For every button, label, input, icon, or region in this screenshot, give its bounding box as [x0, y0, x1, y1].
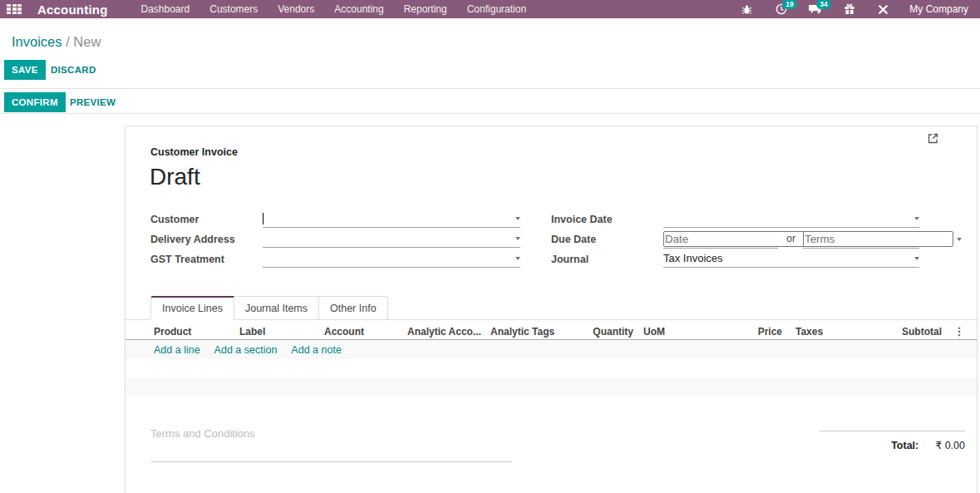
invoice-state: Draft	[150, 164, 200, 190]
preview-button[interactable]: PREVIEW	[66, 92, 119, 112]
breadcrumb-current: New	[73, 34, 101, 49]
empty-row	[126, 397, 977, 416]
empty-row	[126, 359, 977, 378]
add-a-line-link[interactable]: Add a line	[154, 344, 200, 356]
external-link-icon[interactable]	[928, 128, 938, 148]
customer-label: Customer	[150, 210, 259, 229]
chevron-down-icon[interactable]	[515, 217, 520, 220]
gst-treatment-input[interactable]	[263, 252, 512, 264]
activities-count-badge: 19	[782, 0, 796, 9]
due-date-row: or	[126, 229, 977, 249]
discard-button[interactable]: DISCARD	[47, 60, 100, 80]
main-menu: Dashboard Customers Vendors Accounting R…	[131, 0, 537, 18]
terms-placeholder: Terms and Conditions	[150, 427, 255, 440]
list-add-row: Add a line Add a section Add a note	[126, 340, 977, 359]
confirm-button[interactable]: CONFIRM	[4, 92, 66, 112]
gst-treatment-label: GST Treatment	[150, 249, 259, 269]
optional-columns-icon[interactable]: ⋮	[942, 325, 977, 338]
total-label: Total:	[891, 440, 918, 451]
messages-chat-icon[interactable]: 34	[809, 3, 821, 16]
payment-terms-input[interactable]	[803, 231, 953, 247]
invoice-lines-header: Product Label Account Analytic Acco... A…	[126, 323, 977, 340]
col-uom[interactable]: UoM	[643, 326, 743, 338]
journal-field[interactable]	[663, 249, 919, 268]
menu-vendors[interactable]: Vendors	[268, 0, 324, 18]
messages-count-badge: 34	[816, 0, 830, 9]
top-navbar: Accounting Dashboard Customers Vendors A…	[0, 0, 980, 18]
chevron-down-icon[interactable]	[914, 257, 919, 260]
tab-other-info[interactable]: Other Info	[319, 296, 388, 320]
tools-icon[interactable]	[877, 3, 889, 16]
invoice-date-label: Invoice Date	[551, 210, 659, 229]
tab-invoice-lines[interactable]: Invoice Lines	[150, 296, 234, 320]
customer-field[interactable]	[263, 210, 520, 228]
due-date-field[interactable]	[663, 230, 778, 249]
invoice-date-input[interactable]	[663, 212, 911, 224]
menu-configuration[interactable]: Configuration	[457, 0, 536, 18]
total-amount: ₹ 0.00	[935, 439, 965, 451]
invoice-date-field[interactable]	[663, 210, 919, 228]
apps-grid-icon[interactable]	[7, 4, 22, 15]
terms-underline	[150, 461, 512, 462]
col-analytic-account[interactable]: Analytic Acco...	[407, 326, 490, 338]
col-analytic-tags[interactable]: Analytic Tags	[490, 326, 588, 338]
breadcrumb: Invoices / New	[12, 34, 101, 50]
save-button[interactable]: SAVE	[4, 60, 46, 80]
menu-dashboard[interactable]: Dashboard	[131, 0, 200, 18]
invoice-form-sheet: Customer Invoice Draft Customer Delivery…	[125, 126, 978, 493]
customer-input[interactable]	[263, 212, 512, 224]
menu-customers[interactable]: Customers	[199, 0, 268, 18]
or-label: or	[786, 233, 795, 244]
gift-icon[interactable]	[843, 3, 855, 16]
activities-clock-icon[interactable]: 19	[775, 3, 787, 16]
menu-accounting[interactable]: Accounting	[324, 0, 393, 18]
debug-bug-icon[interactable]	[741, 3, 753, 16]
document-type-label: Customer Invoice	[150, 146, 238, 158]
col-price[interactable]: Price	[743, 326, 782, 338]
col-subtotal[interactable]: Subtotal	[862, 326, 942, 338]
col-label[interactable]: Label	[239, 326, 324, 338]
chevron-down-icon[interactable]	[957, 238, 962, 241]
breadcrumb-separator: /	[66, 34, 73, 49]
col-product[interactable]: Product	[154, 326, 239, 338]
add-a-section-link[interactable]: Add a section	[214, 344, 278, 356]
journal-input[interactable]	[663, 252, 911, 264]
payment-terms-field[interactable]	[803, 230, 919, 249]
divider	[0, 88, 980, 89]
col-taxes[interactable]: Taxes	[795, 326, 862, 338]
company-switcher[interactable]: My Company	[909, 3, 968, 15]
empty-row	[126, 377, 977, 397]
gst-treatment-field[interactable]	[263, 249, 520, 268]
topbar-right-tools: 19 34 My Company	[719, 3, 968, 16]
terms-and-conditions-field[interactable]: Terms and Conditions	[150, 426, 512, 441]
tab-journal-items[interactable]: Journal Items	[234, 296, 319, 320]
notebook-tabs: Invoice Lines Journal Items Other Info	[126, 296, 977, 320]
col-quantity[interactable]: Quantity	[588, 326, 633, 338]
col-account[interactable]: Account	[324, 326, 407, 338]
chevron-down-icon[interactable]	[914, 217, 919, 220]
app-title[interactable]: Accounting	[37, 2, 108, 17]
menu-reporting[interactable]: Reporting	[394, 0, 457, 18]
breadcrumb-invoices-link[interactable]: Invoices	[12, 34, 62, 49]
add-a-note-link[interactable]: Add a note	[291, 344, 341, 356]
divider	[0, 113, 980, 114]
chevron-down-icon[interactable]	[515, 257, 520, 260]
totals-section: Total: ₹ 0.00	[820, 431, 965, 451]
journal-label: Journal	[551, 249, 659, 269]
